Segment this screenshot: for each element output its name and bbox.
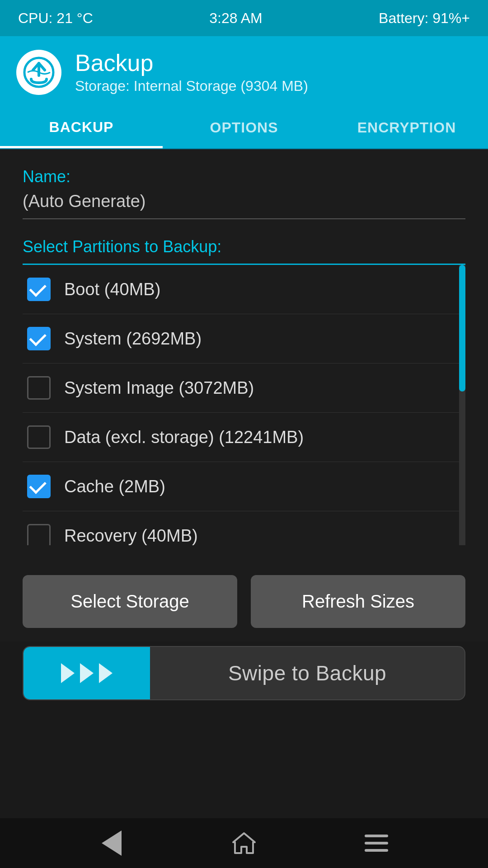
partition-name-boot: Boot (40MB) <box>64 280 160 299</box>
select-storage-button[interactable]: Select Storage <box>23 575 237 628</box>
partition-item-system-image[interactable]: System Image (3072MB) <box>23 363 465 413</box>
partition-name-system-image: System Image (3072MB) <box>64 378 254 398</box>
home-icon <box>230 830 258 857</box>
tab-options[interactable]: OPTIONS <box>163 108 325 148</box>
swipe-arrow-3 <box>99 663 113 683</box>
back-nav-button[interactable] <box>98 830 125 857</box>
swipe-arrow-2 <box>80 663 94 683</box>
swipe-to-backup[interactable]: Swipe to Backup <box>23 646 465 700</box>
swipe-handle <box>23 647 150 699</box>
tab-backup[interactable]: BACKUP <box>0 108 163 148</box>
partition-name-data: Data (excl. storage) (12241MB) <box>64 428 304 447</box>
swipe-text: Swipe to Backup <box>150 661 465 685</box>
partition-item-data[interactable]: Data (excl. storage) (12241MB) <box>23 413 465 462</box>
partition-name-recovery: Recovery (40MB) <box>64 526 198 546</box>
name-value: (Auto Generate) <box>23 192 465 219</box>
scrollbar-thumb <box>459 265 465 392</box>
main-content: Name: (Auto Generate) Select Partitions … <box>0 149 488 559</box>
app-icon <box>16 50 61 95</box>
button-row: Select Storage Refresh Sizes <box>0 559 488 642</box>
checkbox-system-image[interactable] <box>27 376 51 400</box>
partition-item-recovery[interactable]: Recovery (40MB) <box>23 511 465 545</box>
home-nav-button[interactable] <box>230 830 258 857</box>
app-title: Backup <box>75 50 308 76</box>
header-text: Backup Storage: Internal Storage (9304 M… <box>75 50 308 94</box>
partition-item-boot[interactable]: Boot (40MB) <box>23 265 465 314</box>
battery-status: Battery: 91%+ <box>379 10 470 27</box>
refresh-sizes-button[interactable]: Refresh Sizes <box>251 575 465 628</box>
partition-name-cache: Cache (2MB) <box>64 477 165 496</box>
menu-icon <box>365 835 388 852</box>
tab-bar: BACKUP OPTIONS ENCRYPTION <box>0 108 488 149</box>
partition-list: Boot (40MB) System (2692MB) System Image… <box>23 265 465 545</box>
partition-item-system[interactable]: System (2692MB) <box>23 314 465 363</box>
tab-encryption[interactable]: ENCRYPTION <box>325 108 488 148</box>
status-bar: CPU: 21 °C 3:28 AM Battery: 91%+ <box>0 0 488 36</box>
checkbox-cache[interactable] <box>27 475 51 498</box>
swipe-arrow-1 <box>61 663 75 683</box>
back-icon <box>102 830 122 856</box>
checkbox-boot[interactable] <box>27 278 51 301</box>
nav-bar <box>0 818 488 868</box>
checkbox-recovery[interactable] <box>27 524 51 545</box>
name-label: Name: <box>23 167 465 186</box>
checkbox-data[interactable] <box>27 425 51 449</box>
cpu-status: CPU: 21 °C <box>18 10 93 27</box>
scrollbar-track <box>459 265 465 545</box>
partitions-label: Select Partitions to Backup: <box>23 237 465 265</box>
checkbox-system[interactable] <box>27 327 51 350</box>
app-header: Backup Storage: Internal Storage (9304 M… <box>0 36 488 108</box>
partition-name-system: System (2692MB) <box>64 329 202 349</box>
storage-subtitle: Storage: Internal Storage (9304 MB) <box>75 78 308 94</box>
menu-nav-button[interactable] <box>363 830 390 857</box>
partition-item-cache[interactable]: Cache (2MB) <box>23 462 465 511</box>
time-status: 3:28 AM <box>209 10 262 27</box>
